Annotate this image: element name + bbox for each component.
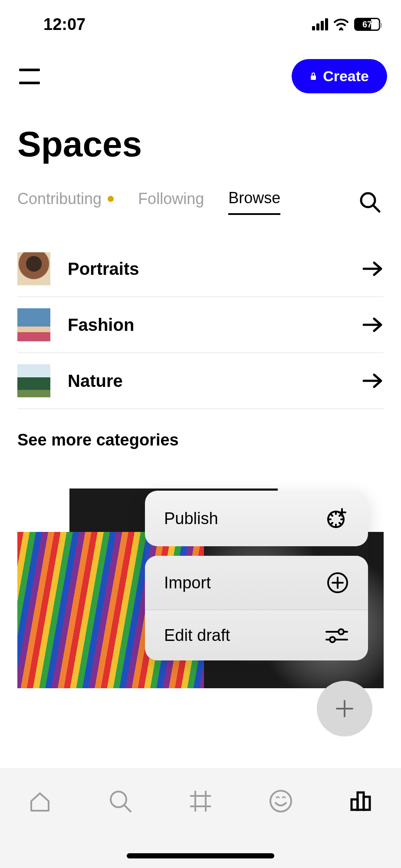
status-indicators: 67 — [312, 18, 380, 31]
add-fab[interactable] — [317, 681, 372, 736]
frame-icon — [187, 788, 214, 814]
popover-publish-label: Publish — [164, 509, 218, 528]
home-icon — [27, 788, 53, 814]
tab-following[interactable]: Following — [138, 190, 204, 214]
tab-following-label: Following — [138, 190, 204, 208]
app-bar: Create — [0, 38, 401, 93]
search-icon — [358, 191, 381, 213]
category-thumbnail — [17, 364, 50, 397]
menu-button[interactable] — [19, 69, 40, 84]
status-time: 12:07 — [43, 15, 85, 34]
tabs: Contributing Following Browse — [0, 165, 401, 215]
bottom-nav — [0, 768, 401, 868]
category-label: Fashion — [68, 315, 134, 335]
smile-icon — [268, 788, 294, 814]
nav-frame[interactable] — [187, 788, 214, 814]
create-button[interactable]: Create — [292, 59, 387, 93]
tab-contributing[interactable]: Contributing — [17, 190, 114, 214]
svg-point-16 — [270, 791, 291, 812]
popover-publish[interactable]: Publish — [145, 491, 368, 546]
arrow-right-icon — [361, 370, 384, 392]
popover-import[interactable]: Import — [145, 556, 368, 610]
nav-smile[interactable] — [268, 788, 294, 814]
bar-chart-icon — [348, 788, 374, 814]
popover-import-label: Import — [164, 574, 211, 592]
nav-home[interactable] — [27, 788, 53, 814]
see-more-categories-link[interactable]: See more categories — [0, 409, 401, 449]
category-thumbnail — [17, 308, 50, 341]
category-row-portraits[interactable]: Portraits — [17, 241, 384, 297]
category-row-fashion[interactable]: Fashion — [17, 297, 384, 353]
tab-contributing-label: Contributing — [17, 190, 102, 208]
status-bar: 12:07 67 — [0, 0, 401, 38]
tab-browse-label: Browse — [228, 189, 280, 207]
arrow-right-icon — [361, 257, 384, 280]
action-popover: Publish Import Edit draft — [145, 491, 368, 660]
svg-line-11 — [125, 805, 131, 812]
search-button[interactable] — [358, 191, 381, 213]
plus-icon — [334, 698, 355, 719]
battery-indicator: 67 — [354, 18, 380, 31]
category-list: Portraits Fashion Nature — [0, 215, 401, 409]
arrow-right-icon — [361, 314, 384, 336]
lock-icon — [310, 72, 317, 81]
search-icon — [107, 788, 133, 814]
notification-dot-icon — [108, 196, 114, 202]
page-title: Spaces — [0, 93, 401, 165]
home-indicator[interactable] — [127, 853, 274, 858]
svg-point-7 — [339, 629, 344, 634]
category-label: Nature — [68, 371, 123, 391]
svg-line-3 — [373, 205, 379, 211]
create-button-label: Create — [323, 68, 369, 85]
popover-edit-draft-label: Edit draft — [164, 626, 230, 645]
category-row-nature[interactable]: Nature — [17, 353, 384, 409]
sliders-icon — [325, 626, 349, 645]
category-label: Portraits — [68, 259, 139, 279]
tab-browse[interactable]: Browse — [228, 189, 280, 215]
popover-edit-draft[interactable]: Edit draft — [145, 610, 368, 660]
nav-spaces[interactable] — [348, 788, 374, 814]
svg-rect-1 — [311, 76, 316, 80]
battery-percent: 67 — [362, 20, 372, 30]
nav-search[interactable] — [107, 788, 133, 814]
publish-icon — [325, 506, 349, 531]
svg-point-9 — [330, 637, 335, 642]
wifi-icon — [333, 18, 349, 30]
category-thumbnail — [17, 252, 50, 285]
plus-circle-icon — [326, 571, 349, 594]
svg-point-0 — [340, 27, 342, 30]
svg-rect-19 — [364, 797, 370, 810]
cellular-signal-icon — [312, 18, 328, 30]
